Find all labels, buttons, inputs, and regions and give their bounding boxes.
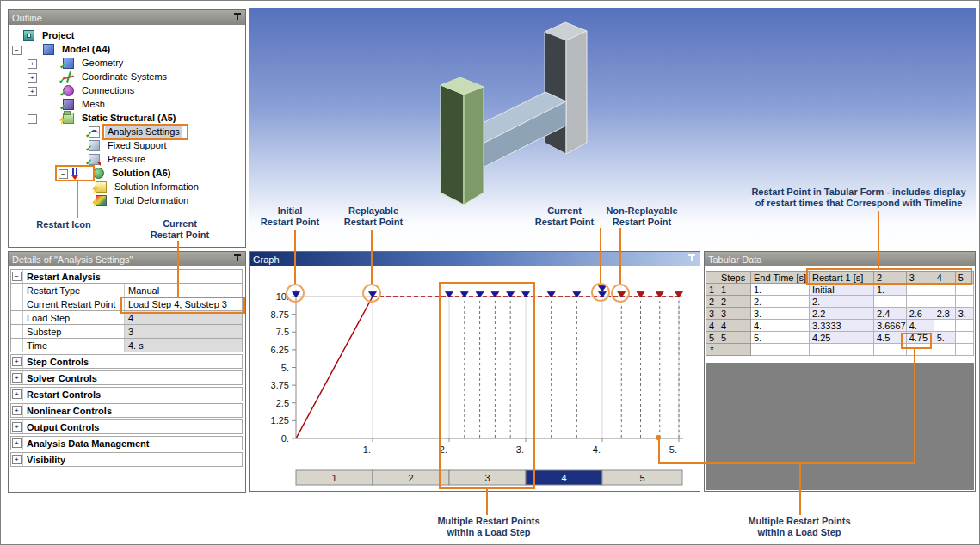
- expand-icon[interactable]: +: [12, 422, 22, 432]
- tree-item-solution-a6[interactable]: −Solution (A6): [9, 167, 244, 181]
- table-cell[interactable]: 2.: [810, 296, 874, 308]
- collapse-icon[interactable]: −: [28, 114, 37, 124]
- expand-icon[interactable]: +: [12, 389, 22, 399]
- tree-item-label[interactable]: Solution Information: [112, 181, 201, 193]
- tree-item-label[interactable]: Static Structural (A5): [79, 112, 178, 124]
- column-header-row-index[interactable]: [706, 272, 718, 284]
- table-cell[interactable]: [955, 332, 973, 344]
- expand-icon[interactable]: +: [12, 406, 22, 415]
- column-header-3[interactable]: 3: [906, 272, 934, 284]
- table-cell[interactable]: [874, 296, 907, 308]
- table-cell[interactable]: [874, 344, 907, 356]
- tree-item-solution-information[interactable]: Solution Information: [9, 181, 244, 194]
- expand-icon[interactable]: +: [12, 438, 22, 448]
- tree-item-fixed-support[interactable]: ✓Fixed Support: [9, 139, 244, 153]
- tree-item-label[interactable]: Total Deformation: [112, 194, 191, 206]
- tree-item-label[interactable]: Geometry: [79, 57, 126, 69]
- row-header-cell[interactable]: [718, 344, 751, 356]
- column-header-5[interactable]: 5: [955, 272, 973, 284]
- row-header-cell[interactable]: *: [706, 344, 718, 356]
- row-header-cell[interactable]: 1: [706, 284, 718, 296]
- expand-icon[interactable]: +: [28, 59, 37, 69]
- table-cell[interactable]: 3.6667: [874, 320, 907, 332]
- table-cell[interactable]: 4.75: [906, 332, 934, 344]
- details-section-restart-analysis[interactable]: −Restart Analysis: [10, 269, 243, 284]
- table-cell[interactable]: 4.25: [810, 332, 874, 344]
- table-cell[interactable]: 2.2: [810, 308, 874, 320]
- details-row-current-restart-point[interactable]: Current Restart PointLoad Step 4, Subste…: [10, 297, 243, 311]
- row-header-cell[interactable]: 4: [706, 320, 718, 332]
- tree-item-total-deformation[interactable]: Total Deformation: [9, 194, 244, 208]
- table-cell[interactable]: [955, 284, 973, 296]
- tree-item-coordinate-systems[interactable]: +✓Coordinate Systems: [9, 70, 244, 84]
- table-cell[interactable]: 5.: [751, 332, 810, 344]
- tree-item-label[interactable]: Pressure: [105, 153, 148, 165]
- expand-icon[interactable]: +: [12, 373, 22, 383]
- row-header-cell[interactable]: 1: [718, 284, 751, 296]
- tree-item-geometry[interactable]: +✓Geometry: [9, 57, 244, 70]
- tree-item-analysis-settings[interactable]: ✓Analysis Settings: [9, 126, 244, 139]
- table-cell[interactable]: 2.: [751, 296, 810, 308]
- tree-item-label[interactable]: Mesh: [79, 98, 108, 110]
- table-cell[interactable]: 4.: [906, 320, 934, 332]
- tree-item-connections[interactable]: +✓Connections: [9, 84, 244, 98]
- tree-item-mesh[interactable]: ✓Mesh: [9, 98, 244, 112]
- table-cell[interactable]: 2.4: [874, 308, 907, 320]
- details-row-time[interactable]: Time4. s: [10, 338, 243, 352]
- details-section-nonlinear-controls[interactable]: +Nonlinear Controls: [10, 403, 243, 418]
- table-cell[interactable]: Initial: [810, 284, 874, 296]
- details-section-restart-controls[interactable]: +Restart Controls: [10, 387, 243, 401]
- details-section-output-controls[interactable]: +Output Controls: [10, 419, 243, 434]
- details-row-load-step[interactable]: Load Step4: [10, 310, 243, 325]
- row-header-cell[interactable]: 3: [706, 308, 718, 320]
- tree-item-label[interactable]: Fixed Support: [105, 139, 169, 151]
- table-cell[interactable]: [955, 296, 973, 308]
- table-cell[interactable]: [751, 344, 810, 356]
- row-header-cell[interactable]: 3: [718, 308, 751, 320]
- table-cell[interactable]: [934, 344, 955, 356]
- collapse-icon[interactable]: −: [12, 46, 22, 55]
- tree-item-label[interactable]: Model (A4): [59, 43, 113, 55]
- tree-item-static-structural-a5[interactable]: −Static Structural (A5): [9, 112, 244, 126]
- expand-icon[interactable]: +: [12, 357, 22, 366]
- column-header-4[interactable]: 4: [934, 272, 955, 284]
- details-row-restart-type[interactable]: Restart TypeManual: [10, 283, 243, 297]
- table-cell[interactable]: 2.8: [934, 308, 955, 320]
- table-cell[interactable]: [906, 344, 934, 356]
- details-property-value[interactable]: Manual: [125, 284, 242, 297]
- column-header-restart-1-s[interactable]: Restart 1 [s]: [810, 272, 874, 284]
- row-header-cell[interactable]: 2: [706, 296, 718, 308]
- column-header-2[interactable]: 2: [874, 272, 907, 284]
- table-cell[interactable]: [955, 320, 973, 332]
- row-header-cell[interactable]: 4: [718, 320, 751, 332]
- row-header-cell[interactable]: 5: [718, 332, 751, 344]
- table-cell[interactable]: 3.3333: [810, 320, 874, 332]
- details-section-solver-controls[interactable]: +Solver Controls: [10, 370, 243, 385]
- geometry-viewport[interactable]: [249, 8, 976, 248]
- column-header-end-time-s[interactable]: End Time [s]: [751, 272, 810, 284]
- pin-icon[interactable]: [233, 13, 242, 23]
- table-cell[interactable]: [934, 320, 955, 332]
- tree-item-label[interactable]: Coordinate Systems: [79, 70, 169, 83]
- row-header-cell[interactable]: 5: [706, 332, 718, 344]
- tree-item-model-a4[interactable]: −Model (A4): [9, 43, 244, 57]
- table-cell[interactable]: [955, 344, 973, 356]
- collapse-icon[interactable]: −: [12, 272, 22, 281]
- table-cell[interactable]: 2.6: [906, 308, 934, 320]
- collapse-icon[interactable]: −: [59, 169, 68, 179]
- table-cell[interactable]: 1.: [874, 284, 907, 296]
- table-cell[interactable]: [934, 296, 955, 308]
- expand-icon[interactable]: +: [28, 87, 37, 96]
- tree-item-pressure[interactable]: ✓Pressure: [9, 153, 244, 167]
- details-section-visibility[interactable]: +Visibility: [10, 452, 243, 467]
- table-cell[interactable]: 4.5: [874, 332, 907, 344]
- row-header-cell[interactable]: 2: [718, 296, 751, 308]
- table-cell[interactable]: [906, 296, 934, 308]
- table-cell[interactable]: 3.: [751, 308, 810, 320]
- table-cell[interactable]: 4.: [751, 320, 810, 332]
- table-cell[interactable]: 5.: [934, 332, 955, 344]
- table-cell[interactable]: [810, 344, 874, 356]
- expand-icon[interactable]: +: [12, 455, 22, 464]
- tree-item-label[interactable]: Solution (A6): [109, 167, 173, 179]
- expand-icon[interactable]: +: [28, 73, 37, 83]
